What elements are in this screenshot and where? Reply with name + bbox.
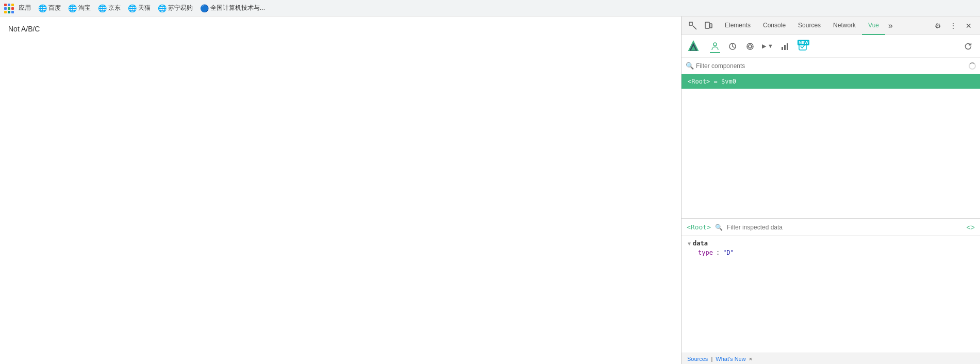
svg-rect-2: [710, 24, 712, 28]
svg-rect-10: [782, 47, 783, 50]
tab-network[interactable]: Network: [827, 16, 862, 35]
refresh-button[interactable]: [960, 39, 976, 54]
bottom-bar: Sources | What's New ×: [682, 353, 980, 364]
devtools-settings-button[interactable]: ⚙: [931, 19, 945, 33]
vue-devtools: ▶ ▼ NEW: [682, 35, 980, 353]
inspected-header: <Root> 🔍 <>: [682, 219, 980, 236]
data-section-toggle[interactable]: ▼ data: [688, 240, 974, 247]
component-list: <Root> = $vm0: [682, 74, 980, 218]
data-section: ▼ data type : "D": [688, 240, 974, 256]
svg-rect-0: [689, 22, 692, 25]
filter-inspected-input[interactable]: [727, 224, 962, 231]
devtools-toolbar: Elements Console Sources Network Vue » ⚙…: [682, 16, 980, 35]
devtools-tabs: Elements Console Sources Network Vue »: [719, 16, 896, 35]
nav-item-baidu[interactable]: 🌐 百度: [36, 3, 63, 13]
nav-item-taobao[interactable]: 🌐 淘宝: [66, 3, 93, 13]
inspected-root-tag: <Root>: [687, 223, 711, 231]
nav-item-jd[interactable]: 🌐 京东: [96, 3, 123, 13]
svg-rect-11: [784, 45, 786, 50]
nav-item-apps[interactable]: 应用: [16, 3, 33, 13]
devtools-more-button[interactable]: ⋮: [946, 19, 960, 33]
new-badge: NEW: [798, 40, 809, 45]
nav-item-apps-label: 应用: [19, 4, 31, 12]
page-title: Not A/B/C: [8, 25, 673, 33]
globe-icon-jd: 🌐: [98, 4, 107, 12]
tab-more-button[interactable]: »: [885, 16, 896, 35]
main-area: Not A/B/C Elements: [0, 16, 980, 364]
data-section-name: data: [693, 240, 708, 247]
vuex-button[interactable]: NEW: [795, 39, 810, 54]
vue-logo: [686, 39, 701, 54]
bottom-link-2[interactable]: What's New: [716, 356, 745, 362]
page-content: Not A/B/C: [0, 16, 681, 364]
svg-rect-12: [787, 43, 788, 50]
devtools-close-button[interactable]: ✕: [961, 19, 976, 33]
filter-bar: 🔍: [682, 58, 980, 74]
nav-item-jisuan[interactable]: 🔵 全国计算机技术与...: [198, 3, 267, 13]
vue-split: 🔍 <Root> = $vm0 <Root>: [682, 58, 980, 353]
inspect-element-button[interactable]: [686, 19, 700, 33]
inspected-data: ▼ data type : "D": [682, 236, 980, 353]
type-value: "D": [723, 249, 734, 256]
loading-spinner: [969, 62, 976, 70]
globe-icon-jisuan: 🔵: [200, 4, 209, 12]
browser-toolbar: 应用 🌐 百度 🌐 淘宝 🌐 京东 🌐 天猫 🌐 苏宁易购 🔵 全国计算机技术与…: [0, 0, 980, 16]
nav-item-suning[interactable]: 🌐 苏宁易购: [156, 3, 195, 13]
component-tree-button[interactable]: [707, 39, 723, 54]
triangle-icon: ▼: [688, 241, 691, 246]
router-button[interactable]: [742, 39, 758, 54]
edit-code-icon[interactable]: <>: [967, 223, 975, 231]
svg-point-9: [749, 45, 752, 48]
nav-item-tmall[interactable]: 🌐 天猫: [126, 3, 153, 13]
type-colon: :: [716, 249, 720, 256]
inspected-panel: <Root> 🔍 <> ▼ data typ: [682, 219, 980, 353]
root-component-item[interactable]: <Root> = $vm0: [682, 74, 980, 89]
type-key: type: [698, 249, 713, 256]
components-panel: 🔍 <Root> = $vm0: [682, 58, 980, 219]
globe-icon-tmall: 🌐: [128, 4, 137, 12]
globe-icon-suning: 🌐: [158, 4, 167, 12]
timeline-button[interactable]: [725, 39, 740, 54]
svg-rect-1: [705, 22, 709, 28]
globe-icon-taobao: 🌐: [68, 4, 77, 12]
filter-search-icon: 🔍: [686, 62, 694, 70]
tab-vue[interactable]: Vue: [862, 16, 885, 35]
globe-icon-baidu: 🌐: [38, 4, 47, 12]
bottom-link-1[interactable]: Sources: [687, 356, 708, 362]
filter-components-input[interactable]: [696, 62, 967, 70]
root-component-tag: <Root> = $vm0: [688, 78, 736, 85]
tab-elements[interactable]: Elements: [719, 16, 757, 35]
device-toolbar-button[interactable]: [701, 19, 716, 33]
bottom-bar-text: Sources | What's New ×: [686, 356, 752, 362]
tab-sources[interactable]: Sources: [792, 16, 827, 35]
performance-button[interactable]: [777, 39, 793, 54]
route-dropdown-button[interactable]: ▶ ▼: [760, 39, 775, 54]
devtools-panel: Elements Console Sources Network Vue » ⚙…: [681, 16, 980, 364]
tab-console[interactable]: Console: [757, 16, 792, 35]
apps-icon[interactable]: [4, 4, 13, 13]
inspected-search-icon: 🔍: [715, 224, 723, 231]
type-property: type : "D": [698, 249, 974, 256]
vue-topbar: ▶ ▼ NEW: [682, 35, 980, 58]
svg-point-6: [713, 43, 717, 46]
